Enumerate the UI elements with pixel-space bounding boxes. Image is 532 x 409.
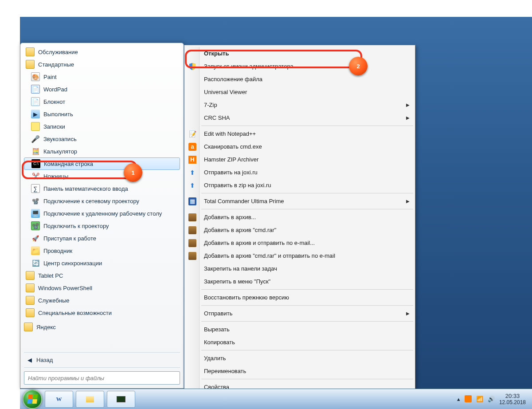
callout-2-badge: 2 <box>349 57 368 75</box>
program-item-label: Яндекс <box>36 324 56 330</box>
context-menu-item-label: Добавить в архив... <box>204 214 256 220</box>
context-menu-item[interactable]: Запуск от имени администратора <box>185 60 414 73</box>
program-item[interactable]: Tablet PC <box>24 269 180 282</box>
context-menu-item[interactable]: Закрепить в меню "Пуск" <box>185 275 414 288</box>
program-item-label: Подключение к удаленному рабочему столу <box>43 210 162 217</box>
context-menu-item[interactable]: Расположение файла <box>185 73 414 86</box>
taskbar-app-explorer[interactable] <box>76 391 104 408</box>
taskbar-app-monitor[interactable] <box>107 391 135 408</box>
context-menu-item[interactable]: Вырезать <box>185 323 414 336</box>
context-menu-item[interactable]: Добавить в архив "cmd.rar" <box>185 224 414 236</box>
winrar-icon <box>188 252 197 260</box>
context-menu-item[interactable]: Удалить <box>185 352 414 365</box>
folder-icon <box>26 308 35 317</box>
context-menu-item-label: CRC SHA <box>204 114 230 121</box>
program-item[interactable]: Стандартные <box>24 58 180 71</box>
math-icon: ∑ <box>31 184 40 193</box>
search-row <box>24 367 180 385</box>
context-menu-item-label: Копировать <box>204 339 235 346</box>
context-menu-item[interactable]: CRC SHA <box>185 111 414 124</box>
context-menu-separator <box>201 209 413 209</box>
tray-clock[interactable]: 20:33 12.05.2018 <box>499 393 529 406</box>
wordpad-icon: 📄 <box>31 85 40 94</box>
program-item[interactable]: 🎨Paint <box>24 71 180 83</box>
tray-volume-icon[interactable]: 🔊 <box>488 396 495 402</box>
folder-icon <box>26 271 35 280</box>
program-item-label: Командная строка <box>44 161 93 167</box>
program-item[interactable]: ✂️Ножницы <box>24 170 180 182</box>
context-menu-item-label: Расположение файла <box>204 76 262 83</box>
program-item[interactable]: 🖥️Подключение к удаленному рабочему стол… <box>24 207 180 220</box>
context-menu-item[interactable]: Добавить в архив и отправить по e-mail..… <box>185 236 414 249</box>
program-item-label: Служебные <box>38 297 70 304</box>
desktop: ОбслуживаниеСтандартные🎨Paint📄WordPad📄Бл… <box>20 17 532 409</box>
context-menu-item[interactable]: 7-Zip <box>185 98 414 111</box>
mic-icon: 🎤 <box>31 134 40 143</box>
program-item-label: Paint <box>43 74 57 80</box>
context-menu-item[interactable]: Открыть <box>185 47 414 60</box>
program-item[interactable]: 📽️Подключить к проектору <box>24 220 180 232</box>
context-menu-item[interactable]: Добавить в архив... <box>185 211 414 224</box>
context-menu-item[interactable]: Восстановить прежнюю версию <box>185 291 414 304</box>
start-button[interactable] <box>23 389 42 409</box>
program-item[interactable]: 🎤Звукозапись <box>24 133 180 145</box>
context-menu-item[interactable]: ⬆Отправить в zip на joxi.ru <box>185 179 414 192</box>
clock-date: 12.05.2018 <box>499 399 526 405</box>
program-item[interactable]: ▶Выполнить <box>24 108 180 120</box>
back-label: Назад <box>36 357 53 363</box>
context-menu-item-label: Закрепить на панели задач <box>204 265 277 272</box>
context-menu-item[interactable]: Закрепить на панели задач <box>185 262 414 275</box>
program-item[interactable]: 📽️Подключение к сетевому проектору <box>24 195 180 207</box>
context-menu-item-label: Edit with Notepad++ <box>204 130 256 137</box>
back-arrow-icon: ◀ <box>27 357 32 363</box>
program-item[interactable]: 🔄Центр синхронизации <box>24 257 180 269</box>
program-item[interactable]: 📄Блокнот <box>24 95 180 108</box>
folder-icon <box>26 60 35 69</box>
program-item-label: Tablet PC <box>38 272 63 279</box>
program-item[interactable]: Яндекс <box>24 321 180 333</box>
program-item[interactable]: Windows PowerShell <box>24 282 180 294</box>
program-item-label: Звукозапись <box>43 136 77 142</box>
program-item[interactable]: 📄WordPad <box>24 83 180 95</box>
context-menu-item-label: Добавить в архив "cmd.rar" и отправить п… <box>204 252 335 259</box>
search-input[interactable] <box>24 371 180 385</box>
callout-1-badge: 1 <box>124 163 142 182</box>
program-item[interactable]: Специальные возможности <box>24 307 180 319</box>
back-button[interactable]: ◀ Назад <box>24 352 180 367</box>
context-menu-item[interactable]: HHamster ZIP Archiver <box>185 153 414 166</box>
tray-app-icon[interactable] <box>465 395 472 402</box>
avast-icon: a <box>188 142 197 151</box>
context-menu-item[interactable]: aСканировать cmd.exe <box>185 140 414 153</box>
context-menu-item-label: Total Commander Ultima Prime <box>204 198 284 204</box>
run-icon: ▶ <box>31 110 40 118</box>
context-menu-item[interactable]: 📝Edit with Notepad++ <box>185 127 414 140</box>
context-menu-item-label: Переименовать <box>204 368 246 374</box>
context-menu-separator <box>201 289 413 290</box>
context-menu-item[interactable]: ⬆Отправить на joxi.ru <box>185 166 414 179</box>
program-item[interactable]: 🚀Приступая к работе <box>24 232 180 244</box>
context-menu-item[interactable]: Universal Viewer <box>185 86 414 98</box>
program-item[interactable]: ∑Панель математического ввода <box>24 182 180 195</box>
program-list: ОбслуживаниеСтандартные🎨Paint📄WordPad📄Бл… <box>24 46 180 352</box>
program-item[interactable]: Обслуживание <box>24 46 180 58</box>
context-menu-item-label: Восстановить прежнюю версию <box>204 294 289 301</box>
context-menu-separator <box>201 379 413 379</box>
tray-network-icon[interactable]: 📶 <box>476 396 483 402</box>
context-menu-item[interactable]: Копировать <box>185 336 414 349</box>
program-item[interactable]: Записки <box>24 120 180 133</box>
program-item-cmd[interactable]: C:\Командная строка <box>24 157 180 170</box>
program-item[interactable]: 📁Проводник <box>24 244 180 257</box>
context-menu-item-label: Отправить в zip на joxi.ru <box>204 182 271 189</box>
tray-chevron-icon[interactable]: ▴ <box>457 396 460 402</box>
context-menu-item[interactable]: Добавить в архив "cmd.rar" и отправить п… <box>185 249 414 262</box>
program-item-label: Специальные возможности <box>38 310 112 316</box>
joxi-icon: ⬆ <box>188 181 197 190</box>
tc-icon: ▦ <box>188 197 197 206</box>
context-menu-item[interactable]: ▦Total Commander Ultima Prime <box>185 195 414 208</box>
context-menu-item[interactable]: Переименовать <box>185 365 414 378</box>
program-item[interactable]: Служебные <box>24 294 180 307</box>
taskbar-app-word[interactable]: W <box>45 391 73 408</box>
context-menu-separator <box>201 193 413 193</box>
context-menu-item[interactable]: Отправить <box>185 307 414 320</box>
program-item[interactable]: 🧮Калькулятор <box>24 145 180 157</box>
